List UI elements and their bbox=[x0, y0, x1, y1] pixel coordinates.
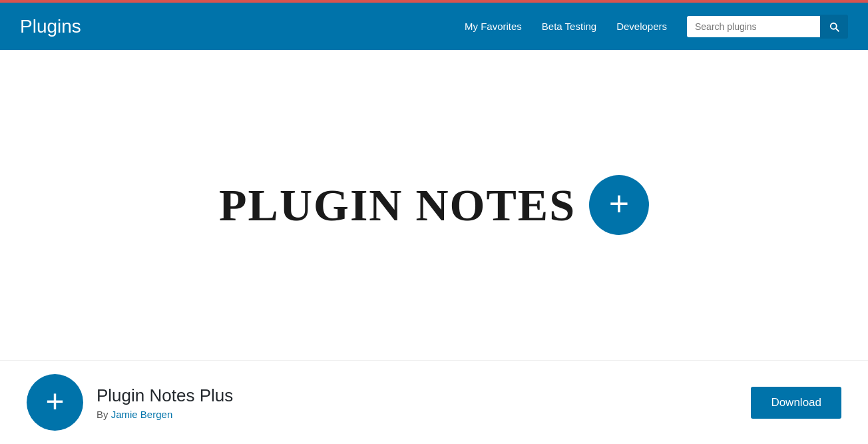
download-button[interactable]: Download bbox=[751, 387, 841, 419]
search-button[interactable] bbox=[820, 15, 848, 39]
plugin-logo-text: Plugin Notes bbox=[219, 179, 576, 232]
search-input[interactable] bbox=[687, 16, 820, 37]
plugin-icon-plus-symbol: + bbox=[45, 385, 64, 417]
plugin-name: Plugin Notes Plus bbox=[97, 385, 751, 406]
plugin-logo-plus-icon: + bbox=[609, 186, 629, 221]
main-content: Plugin Notes + + Plugin Notes Plus By Ja… bbox=[0, 50, 868, 444]
plugin-logo-area: Plugin Notes + bbox=[0, 50, 868, 360]
site-title: Plugins bbox=[20, 16, 81, 37]
plugin-logo-circle: + bbox=[589, 175, 649, 235]
main-nav: My Favorites Beta Testing Developers bbox=[465, 15, 848, 39]
plugin-info-bar: + Plugin Notes Plus By Jamie Bergen Down… bbox=[0, 360, 868, 444]
search-icon bbox=[828, 21, 840, 33]
nav-my-favorites[interactable]: My Favorites bbox=[465, 21, 522, 32]
plugin-details: Plugin Notes Plus By Jamie Bergen bbox=[97, 385, 751, 420]
plugin-author-link[interactable]: Jamie Bergen bbox=[111, 409, 173, 420]
plugin-author-prefix: By bbox=[97, 409, 108, 420]
nav-developers[interactable]: Developers bbox=[616, 21, 667, 32]
site-header: Plugins My Favorites Beta Testing Develo… bbox=[0, 0, 868, 50]
plugin-logo-wrapper: Plugin Notes + bbox=[219, 175, 649, 235]
plugin-author: By Jamie Bergen bbox=[97, 409, 751, 420]
search-container bbox=[687, 15, 848, 39]
nav-beta-testing[interactable]: Beta Testing bbox=[542, 21, 596, 32]
plugin-icon: + bbox=[27, 374, 83, 431]
